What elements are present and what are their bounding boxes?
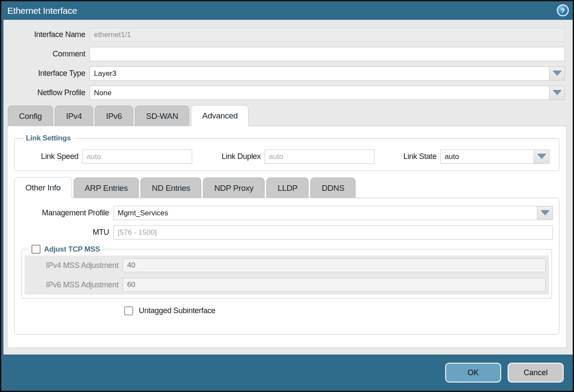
link-duplex-group: Link Duplex — [215, 149, 374, 164]
untagged-subinterface-row: Untagged Subinterface — [124, 306, 553, 315]
link-speed-field[interactable] — [82, 149, 192, 164]
cancel-button[interactable]: Cancel — [508, 363, 564, 383]
link-speed-group: Link Speed — [20, 149, 192, 164]
link-state-group: Link State — [397, 149, 549, 164]
adjust-tcp-mss-label: Adjust TCP MSS — [44, 245, 100, 254]
mss-disabled-panel: IPv4 MSS Adjustment IPv6 MSS Adjustment — [25, 255, 549, 295]
management-profile-label: Management Profile — [21, 208, 113, 218]
interface-type-trigger[interactable] — [549, 66, 565, 81]
comment-field[interactable] — [90, 47, 565, 61]
netflow-profile-dropdown[interactable] — [90, 86, 565, 100]
interface-type-row: Interface Type — [3, 66, 565, 81]
untagged-subinterface-checkbox[interactable] — [124, 306, 133, 315]
interface-type-value[interactable] — [90, 66, 549, 81]
adjust-tcp-mss-fieldset: Adjust TCP MSS IPv4 MSS Adjustment IPv6 … — [22, 245, 552, 299]
tab-lldp[interactable]: LLDP — [266, 177, 309, 198]
link-duplex-field[interactable] — [265, 149, 374, 164]
tab-ndp-proxy[interactable]: NDP Proxy — [203, 177, 265, 198]
link-state-dropdown[interactable] — [440, 149, 549, 164]
chevron-down-icon — [537, 154, 546, 159]
link-state-label: Link State — [397, 152, 440, 161]
comment-row: Comment — [3, 47, 565, 61]
tab-ipv4[interactable]: IPv4 — [55, 106, 93, 126]
ipv4-mss-row: IPv4 MSS Adjustment — [25, 258, 546, 272]
mtu-field[interactable] — [113, 225, 553, 240]
chevron-down-icon — [553, 90, 562, 95]
main-tabstrip: Config IPv4 IPv6 SD-WAN Advanced — [3, 105, 573, 126]
chevron-down-icon — [541, 211, 549, 215]
mtu-label: MTU — [21, 228, 113, 237]
link-settings-row: Link Speed Link Duplex Link State — [20, 147, 554, 164]
advanced-tab-panel: Link Settings Link Speed Link Duplex Lin… — [7, 126, 567, 348]
tab-nd-entries[interactable]: ND Entries — [140, 177, 201, 198]
link-settings-fieldset: Link Settings Link Speed Link Duplex Lin… — [14, 134, 559, 171]
tab-advanced[interactable]: Advanced — [191, 105, 249, 126]
adjust-tcp-mss-legend-wrap: Adjust TCP MSS — [28, 245, 103, 254]
ipv6-mss-field — [123, 278, 546, 292]
netflow-profile-trigger[interactable] — [549, 86, 565, 100]
link-settings-legend: Link Settings — [23, 134, 73, 143]
interface-name-label: Interface Name — [3, 30, 90, 39]
adjust-tcp-mss-checkbox[interactable] — [31, 245, 41, 254]
titlebar: Ethernet Interface — [1, 1, 573, 20]
tab-sdwan[interactable]: SD-WAN — [135, 106, 190, 126]
link-state-trigger[interactable] — [533, 149, 549, 164]
dialog-body: Interface Name Comment Interface Type Ne… — [3, 20, 573, 355]
window-frame: Ethernet Interface ? Interface Name Comm… — [0, 0, 574, 392]
mtu-row: MTU — [21, 225, 553, 240]
ipv6-mss-label: IPv6 MSS Adjustment — [25, 280, 123, 289]
link-speed-label: Link Speed — [20, 152, 82, 161]
ipv4-mss-field — [123, 258, 546, 272]
inner-tabstrip: Other Info ARP Entries ND Entries NDP Pr… — [14, 177, 559, 198]
tab-ddns[interactable]: DDNS — [310, 177, 356, 198]
link-duplex-label: Link Duplex — [215, 152, 265, 161]
netflow-profile-row: Netflow Profile — [3, 86, 565, 100]
help-glyph: ? — [561, 7, 565, 14]
interface-type-label: Interface Type — [3, 69, 90, 78]
dialog-title: Ethernet Interface — [7, 6, 77, 16]
management-profile-value[interactable] — [113, 206, 537, 220]
chevron-down-icon — [553, 71, 562, 76]
help-icon[interactable]: ? — [557, 4, 569, 16]
other-info-panel: Management Profile MTU — [14, 198, 559, 335]
ethernet-interface-dialog: Ethernet Interface ? Interface Name Comm… — [1, 1, 573, 391]
interface-name-row: Interface Name — [3, 28, 565, 42]
management-profile-trigger[interactable] — [537, 206, 553, 220]
tab-ipv6[interactable]: IPv6 — [95, 106, 133, 126]
ipv4-mss-label: IPv4 MSS Adjustment — [25, 261, 123, 270]
netflow-profile-label: Netflow Profile — [3, 88, 90, 97]
tab-other-info[interactable]: Other Info — [14, 177, 72, 198]
ok-button[interactable]: OK — [445, 363, 501, 383]
interface-name-field — [90, 28, 565, 42]
tab-config[interactable]: Config — [8, 106, 53, 126]
comment-label: Comment — [3, 50, 90, 59]
tab-arp-entries[interactable]: ARP Entries — [74, 177, 139, 198]
untagged-subinterface-label: Untagged Subinterface — [139, 306, 215, 315]
ipv6-mss-row: IPv6 MSS Adjustment — [25, 278, 546, 292]
netflow-profile-value[interactable] — [90, 86, 549, 100]
management-profile-dropdown[interactable] — [113, 206, 553, 220]
footer: OK Cancel — [1, 355, 573, 391]
management-profile-row: Management Profile — [21, 206, 553, 220]
interface-type-dropdown[interactable] — [90, 66, 565, 81]
link-state-value[interactable] — [440, 149, 533, 164]
